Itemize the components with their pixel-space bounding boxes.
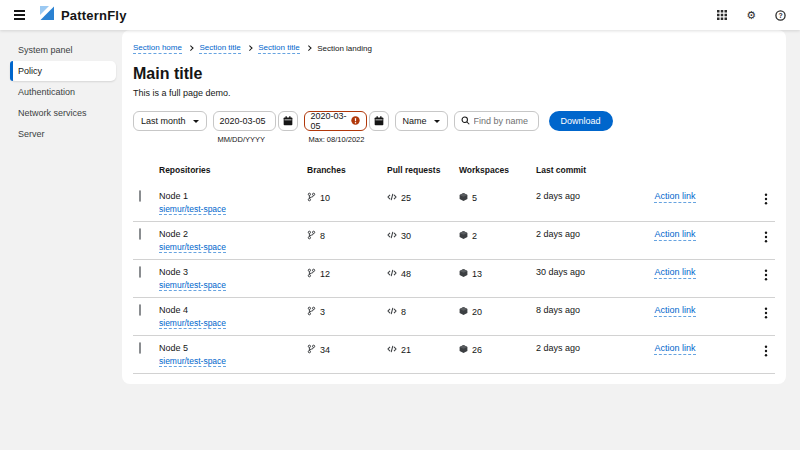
action-link[interactable]: Action link xyxy=(654,229,695,241)
action-link[interactable]: Action link xyxy=(654,343,695,355)
sidebar-item-system-panel[interactable]: System panel xyxy=(10,40,116,60)
download-button[interactable]: Download xyxy=(549,111,613,131)
breadcrumb-link-section-2[interactable]: Section title xyxy=(258,43,299,54)
repo-link[interactable]: siemur/test-space xyxy=(159,356,226,367)
code-icon xyxy=(387,306,397,318)
name-search xyxy=(454,111,539,131)
pull-requests-cell: 30 xyxy=(387,229,459,242)
last-commit-cell: 2 days ago xyxy=(536,343,620,353)
row-checkbox[interactable] xyxy=(139,304,141,316)
breadcrumb-link-home[interactable]: Section home xyxy=(133,43,182,54)
breadcrumb: Section home Section title Section title… xyxy=(133,43,775,54)
filter-toolbar: Last month 2020-03-05 xyxy=(133,111,775,144)
sidebar-item-network-services[interactable]: Network services xyxy=(10,103,116,123)
table-row: Node 1 siemur/test-space 10 xyxy=(133,184,775,222)
pull-requests-count: 8 xyxy=(401,307,406,317)
table-header-row: Repositories Branches Pull requests Work… xyxy=(133,161,775,184)
cube-icon xyxy=(459,230,468,242)
pull-requests-count: 48 xyxy=(401,269,411,279)
workspaces-cell: 13 xyxy=(459,267,536,280)
pull-requests-count: 21 xyxy=(401,345,411,355)
repo-link[interactable]: siemur/test-space xyxy=(159,242,226,253)
branches-count: 3 xyxy=(320,307,325,317)
kebab-menu-icon[interactable] xyxy=(762,229,770,245)
masthead-actions: ⚙ ? xyxy=(715,8,790,23)
branches-count: 8 xyxy=(320,231,325,241)
date-from-input[interactable]: 2020-03-05 xyxy=(213,111,276,131)
code-icon xyxy=(387,230,397,242)
repository-cell: Node 2 siemur/test-space xyxy=(159,229,307,253)
row-checkbox[interactable] xyxy=(139,266,141,278)
kebab-menu-icon[interactable] xyxy=(762,343,770,359)
code-branch-icon xyxy=(307,344,316,356)
branches-cell: 12 xyxy=(307,267,387,280)
date-to-helper: Max: 08/10/2022 xyxy=(309,135,389,144)
repository-cell: Node 3 siemur/test-space xyxy=(159,267,307,291)
date-from-calendar-icon[interactable] xyxy=(278,111,298,131)
branches-cell: 10 xyxy=(307,191,387,204)
workspaces-count: 5 xyxy=(472,193,477,203)
workspaces-cell: 2 xyxy=(459,229,536,242)
attribute-select[interactable]: Name xyxy=(395,111,448,131)
row-checkbox[interactable] xyxy=(139,342,141,354)
patternfly-logo-icon xyxy=(39,5,55,25)
action-link[interactable]: Action link xyxy=(654,305,695,317)
col-header-repositories: Repositories xyxy=(159,165,307,175)
pull-requests-cell: 21 xyxy=(387,343,459,356)
sidebar-item-authentication[interactable]: Authentication xyxy=(10,82,116,102)
node-name: Node 5 xyxy=(159,343,307,353)
branches-cell: 3 xyxy=(307,305,387,318)
repo-link[interactable]: siemur/test-space xyxy=(159,204,226,215)
date-range-select[interactable]: Last month xyxy=(133,111,207,131)
workspaces-cell: 26 xyxy=(459,343,536,356)
repo-link[interactable]: siemur/test-space xyxy=(159,318,226,329)
app-launcher-icon[interactable] xyxy=(715,8,729,22)
date-range-select-value: Last month xyxy=(141,116,186,126)
code-branch-icon xyxy=(307,306,316,318)
action-link[interactable]: Action link xyxy=(654,267,695,279)
kebab-menu-icon[interactable] xyxy=(762,191,770,207)
sidebar-item-policy[interactable]: Policy xyxy=(10,61,116,81)
pull-requests-cell: 25 xyxy=(387,191,459,204)
workspaces-count: 20 xyxy=(472,307,482,317)
content-card: Section home Section title Section title… xyxy=(122,30,786,384)
row-checkbox[interactable] xyxy=(139,190,141,202)
action-link[interactable]: Action link xyxy=(654,191,695,203)
branches-count: 34 xyxy=(320,345,330,355)
sidebar-item-server[interactable]: Server xyxy=(10,124,116,144)
caret-down-icon xyxy=(434,120,440,123)
pull-requests-cell: 8 xyxy=(387,305,459,318)
repo-link[interactable]: siemur/test-space xyxy=(159,280,226,291)
last-commit-cell: 2 days ago xyxy=(536,191,620,201)
kebab-menu-icon[interactable] xyxy=(762,305,770,321)
date-from-group: 2020-03-05 MM/DD/YYYY xyxy=(213,111,298,144)
col-header-workspaces: Workspaces xyxy=(459,165,536,175)
code-branch-icon xyxy=(307,192,316,204)
repository-cell: Node 5 siemur/test-space xyxy=(159,343,307,367)
menu-toggle-icon[interactable] xyxy=(12,8,27,22)
col-header-pull-requests: Pull requests xyxy=(387,165,459,175)
repositories-table: Repositories Branches Pull requests Work… xyxy=(133,161,775,374)
brand[interactable]: PatternFly xyxy=(39,5,127,25)
date-to-calendar-icon[interactable] xyxy=(369,111,389,131)
branches-count: 10 xyxy=(320,193,330,203)
masthead: PatternFly ⚙ ? xyxy=(0,0,800,30)
date-to-input[interactable]: 2020-03-05 xyxy=(304,111,367,131)
repository-cell: Node 4 siemur/test-space xyxy=(159,305,307,329)
kebab-menu-icon[interactable] xyxy=(762,267,770,283)
help-icon[interactable]: ? xyxy=(773,8,788,23)
row-checkbox[interactable] xyxy=(139,228,141,240)
chevron-right-icon xyxy=(306,46,311,51)
error-exclamation-icon xyxy=(351,116,360,127)
caret-down-icon xyxy=(193,120,199,123)
breadcrumb-link-section-1[interactable]: Section title xyxy=(199,43,240,54)
last-commit-cell: 8 days ago xyxy=(536,305,620,315)
search-input[interactable] xyxy=(474,116,532,126)
workspaces-cell: 5 xyxy=(459,191,536,204)
cube-icon xyxy=(459,306,468,318)
settings-gear-icon[interactable]: ⚙ xyxy=(744,8,758,23)
node-name: Node 4 xyxy=(159,305,307,315)
main-content: Section home Section title Section title… xyxy=(122,30,800,450)
node-name: Node 1 xyxy=(159,191,307,201)
last-commit-cell: 30 days ago xyxy=(536,267,620,277)
